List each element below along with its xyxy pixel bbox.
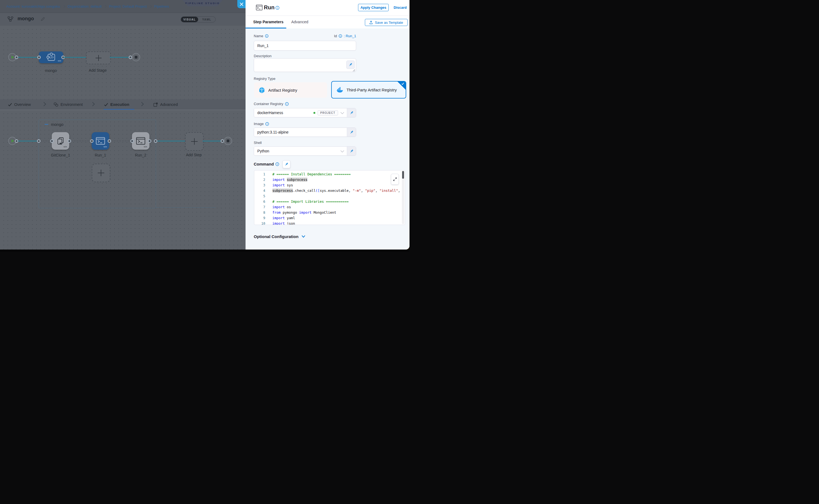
scope-badge: PROJECT xyxy=(317,110,338,115)
pin-icon xyxy=(348,63,352,67)
toggle-yaml[interactable]: YAML xyxy=(198,17,215,22)
info-icon[interactable] xyxy=(285,102,289,106)
save-as-template-button[interactable]: Save as Template xyxy=(365,19,407,26)
shell-select[interactable]: Python xyxy=(254,147,347,155)
container-registry-label-row: Container Registry xyxy=(254,102,289,106)
code-line[interactable] xyxy=(272,193,401,199)
code-line[interactable]: import sys xyxy=(272,183,401,188)
pin-runtime-input-button[interactable] xyxy=(347,147,356,155)
code-line[interactable]: import yaml xyxy=(272,215,401,221)
chevron-right-icon xyxy=(140,102,144,106)
step-node-run2[interactable]: </> xyxy=(132,132,149,150)
pin-runtime-input-button[interactable] xyxy=(347,108,356,117)
connector-line xyxy=(63,57,86,58)
image-input[interactable]: python:3.11-alpine xyxy=(254,128,347,137)
drawer-header: Run Apply Changes Discard xyxy=(245,0,410,16)
tab-overview[interactable]: Overview xyxy=(8,99,31,110)
plus-icon xyxy=(194,138,195,145)
optional-configuration-label: Optional Configuration xyxy=(254,234,298,239)
breadcrumb-item[interactable]: Project: Default Project xyxy=(109,4,147,8)
id-value[interactable]: Run_1 xyxy=(346,34,356,38)
add-step-label[interactable]: Add Step xyxy=(186,153,202,157)
container-registry-field[interactable]: dockerHarness PROJECT xyxy=(254,108,347,117)
toggle-visual[interactable]: VISUAL xyxy=(181,17,198,22)
environment-icon xyxy=(54,102,58,107)
discard-button[interactable]: Discard xyxy=(393,5,407,10)
fullscreen-icon xyxy=(393,177,397,181)
editor-scrollbar[interactable] xyxy=(402,171,404,224)
pin-runtime-input-button[interactable] xyxy=(346,60,355,69)
registry-option-artifact[interactable]: Artifact Registry xyxy=(254,82,327,98)
step-node-gitclone[interactable]: </> xyxy=(52,132,69,150)
chevron-down-icon[interactable] xyxy=(340,111,344,114)
code-line[interactable]: # ====== Install Dependencies ======== xyxy=(272,172,401,177)
pin-runtime-input-button[interactable] xyxy=(347,128,356,137)
code-badge: </> xyxy=(63,146,67,148)
check-icon xyxy=(401,82,404,85)
tab-advanced[interactable]: Advanced xyxy=(291,16,308,28)
visual-yaml-toggle: VISUAL YAML xyxy=(181,16,216,22)
add-step-button[interactable] xyxy=(185,132,204,151)
connector-port xyxy=(148,139,151,143)
connector-dashed xyxy=(71,141,92,141)
stage-node-mongo[interactable]: </> xyxy=(39,51,63,63)
code-line[interactable]: from pymongo import MongoClient xyxy=(272,210,401,215)
pin-runtime-input-button[interactable] xyxy=(282,160,290,168)
connector-port xyxy=(50,139,54,143)
command-code-editor[interactable]: 12345678910 # ====== Install Dependencie… xyxy=(254,170,405,225)
edit-pipeline-icon[interactable] xyxy=(40,17,45,21)
resize-handle[interactable] xyxy=(352,69,355,72)
pin-icon xyxy=(349,130,354,134)
stage-graph-canvas[interactable] xyxy=(0,26,245,99)
stop-icon xyxy=(135,56,137,59)
code-line[interactable]: subprocess.check_call([sys.executable, "… xyxy=(272,188,401,193)
info-icon[interactable] xyxy=(275,6,279,10)
image-value: python:3.11-alpine xyxy=(257,130,288,134)
image-label-row: Image xyxy=(254,122,269,126)
code-line[interactable]: import os xyxy=(272,204,401,210)
pipeline-title-bar: mongo VISUAL YAML xyxy=(0,13,245,26)
tab-execution[interactable]: Execution xyxy=(104,99,129,110)
add-parallel-step-button[interactable] xyxy=(92,164,110,182)
name-input[interactable]: Run_1 xyxy=(254,41,356,51)
chevron-down-icon[interactable] xyxy=(340,149,344,152)
breadcrumb-item[interactable]: Organization: default xyxy=(68,4,102,8)
close-drawer-button[interactable] xyxy=(237,0,245,8)
expand-editor-button[interactable] xyxy=(391,174,399,185)
add-stage-label[interactable]: Add Stage xyxy=(89,68,106,73)
code-badge: </> xyxy=(103,146,107,148)
collapse-icon[interactable] xyxy=(45,124,48,125)
registry-option-third-party[interactable]: Third-Party Artifact Registry xyxy=(331,81,406,99)
close-icon xyxy=(240,2,243,6)
connector-port xyxy=(68,139,71,143)
connector-status-dot xyxy=(313,112,315,114)
code-line[interactable]: # ====== Import Libraries =========== xyxy=(272,199,401,204)
optional-configuration-toggle[interactable]: Optional Configuration xyxy=(254,234,305,239)
connector-line xyxy=(110,57,130,58)
stage-tab-bar: Overview Environment Execution Advanced xyxy=(0,99,245,110)
step-group-header[interactable]: mongo xyxy=(45,122,63,127)
breadcrumb-separator-icon xyxy=(62,5,65,8)
apply-changes-button[interactable]: Apply Changes xyxy=(358,4,389,11)
info-icon[interactable] xyxy=(338,34,342,38)
info-icon[interactable] xyxy=(265,122,269,126)
breadcrumb-item[interactable]: Account: kurosakiichigo.songoku xyxy=(6,4,60,8)
tab-step-parameters[interactable]: Step Parameters xyxy=(253,16,283,28)
tab-environment[interactable]: Environment xyxy=(54,99,83,110)
code-lines[interactable]: # ====== Install Dependencies ========im… xyxy=(272,172,401,225)
execution-end-node xyxy=(224,137,232,145)
info-icon[interactable] xyxy=(275,162,279,166)
code-line[interactable]: import json xyxy=(272,221,401,225)
step-node-run1[interactable]: </> xyxy=(92,132,109,150)
plus-icon xyxy=(101,170,101,176)
breadcrumb-item[interactable]: Pipelines xyxy=(154,4,169,8)
info-icon xyxy=(265,34,268,38)
connector-port xyxy=(130,139,134,143)
line-number: 8 xyxy=(254,210,265,215)
add-stage-button[interactable] xyxy=(86,51,111,64)
breadcrumb-separator-icon xyxy=(149,5,152,8)
code-line[interactable]: import subprocess xyxy=(272,177,401,183)
description-textarea[interactable] xyxy=(254,58,356,72)
scrollbar-thumb[interactable] xyxy=(402,171,404,179)
tab-advanced[interactable]: Advanced xyxy=(153,99,178,110)
